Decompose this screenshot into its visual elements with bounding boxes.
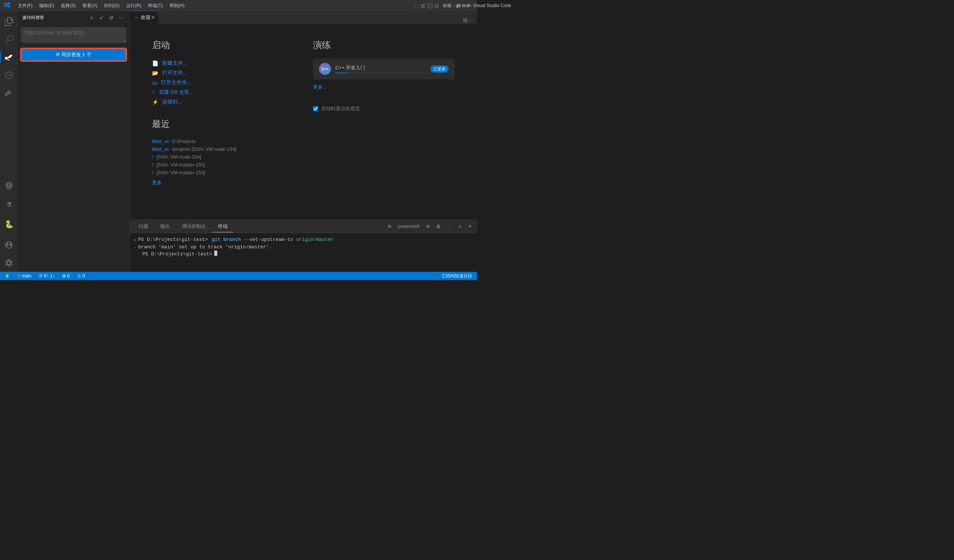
sidebar-action-menu[interactable]: ≡ <box>87 14 96 22</box>
welcome-left: 启动 📄 新建文件... 📂 打开文件... 🗂 打开文件夹... <box>152 39 291 205</box>
connect-to-link[interactable]: ⚡ 连接到... <box>152 97 291 107</box>
activity-item-extensions[interactable] <box>0 84 18 102</box>
add-terminal-button[interactable]: ⊞ <box>424 223 432 230</box>
status-bar: ⚡ ⑂ main ↺ 0↑ 1↓ ⊗ 0 ⚠ 0 CSDN知道社区 <box>0 272 477 280</box>
show-welcome-label: 启动时显示欢迎页 <box>321 105 360 112</box>
menu-terminal[interactable]: 终端(T) <box>145 2 165 10</box>
menu-help[interactable]: 帮助(H) <box>167 2 188 10</box>
close-panel-button[interactable]: ✕ <box>466 223 474 230</box>
tab-close-button[interactable]: ✕ <box>150 14 156 21</box>
status-errors[interactable]: ⊗ 0 <box>61 272 71 280</box>
sidebar-header: 源代码管理 ≡ ✓ ↺ ··· <box>18 11 129 24</box>
exercise-progress-fill-0 <box>335 73 349 73</box>
activity-item-search[interactable] <box>0 31 18 48</box>
title-bar: 文件(F) 编辑(E) 选择(S) 查看(V) 转到(G) 运行(R) 终端(T… <box>0 0 477 11</box>
activity-item-remote[interactable] <box>0 176 18 194</box>
welcome-right: 演练 C++ C++ 开发入门 已更新 更多... 启动时显示欢迎页 <box>313 39 455 205</box>
terminal-shell-label: powershell <box>396 223 421 230</box>
welcome-links: 📄 新建文件... 📂 打开文件... 🗂 打开文件夹... ⑂ 克隆 Git … <box>152 58 291 107</box>
activity-item-explorer[interactable] <box>0 12 18 31</box>
status-remote-indicator[interactable]: ⚡ <box>3 272 12 280</box>
recent-item-3[interactable]: / [SSH: VM-master-155] <box>152 161 291 169</box>
maximize-panel-button[interactable]: ∧ <box>456 223 464 230</box>
kill-terminal-button[interactable]: 🗑 <box>434 223 443 230</box>
more-actions-button[interactable]: ··· <box>469 17 474 24</box>
errors-label: ⊗ 0 <box>62 273 70 278</box>
menu-run[interactable]: 运行(R) <box>123 2 145 10</box>
commit-message-input[interactable] <box>21 27 126 43</box>
activity-bottom: ⚗ 🐍 <box>0 176 18 236</box>
branch-name: main <box>22 273 31 278</box>
terminal-line-0: ● PS D:\Projects\git-test> git branch --… <box>134 236 472 244</box>
title-bar-left: 文件(F) 编辑(E) 选择(S) 查看(V) 转到(G) 运行(R) 终端(T… <box>4 2 187 10</box>
start-title: 启动 <box>152 39 291 51</box>
exercise-badge-0: 已更新 <box>430 65 449 73</box>
terminal-more-button[interactable]: ··· <box>445 223 454 230</box>
recent-item-4[interactable]: / [SSH: VM-master-153] <box>152 169 291 176</box>
sidebar-action-commit[interactable]: ✓ <box>97 14 106 22</box>
open-file-link[interactable]: 📂 打开文件... <box>152 68 291 78</box>
welcome-page: 启动 📄 新建文件... 📂 打开文件... 🗂 打开文件夹... <box>130 24 477 220</box>
terminal-dot-0: ● <box>134 238 136 243</box>
menu-view[interactable]: 查看(V) <box>80 2 100 10</box>
menu-file[interactable]: 文件(F) <box>15 2 36 10</box>
recent-item-1[interactable]: ttbot_vx /projects [SSH: VM-node-154] <box>152 145 291 153</box>
clone-icon: ⑂ <box>152 89 155 95</box>
tab-welcome[interactable]: ~ 欢迎 ✕ <box>130 11 158 24</box>
new-file-link[interactable]: 📄 新建文件... <box>152 58 291 68</box>
activity-item-settings[interactable] <box>0 254 18 272</box>
activity-item-test[interactable]: ⚗ <box>0 196 18 214</box>
sidebar-action-refresh[interactable]: ↺ <box>107 14 115 22</box>
status-branch[interactable]: ⑂ main <box>16 272 33 280</box>
activity-item-run[interactable] <box>0 66 18 84</box>
activity-item-python[interactable]: 🐍 <box>0 215 18 233</box>
terminal-line-2: PS D:\Projects\git-test> <box>134 250 472 258</box>
terminal-panel: 问题 输出 调试控制台 终端 ⊞ powershell ⊞ 🗑 ··· ∧ ✕ … <box>130 220 477 272</box>
activity-item-accounts[interactable] <box>0 236 18 254</box>
branch-icon: ⑂ <box>17 273 20 278</box>
sync-changes-button[interactable]: ⟳ 同步更改 1 个 <box>21 48 126 61</box>
exercise-icon-0: C++ <box>319 63 331 75</box>
tab-bar: ~ 欢迎 ✕ ⊞ ··· <box>130 11 477 24</box>
terminal-content: ● PS D:\Projects\git-test> git branch --… <box>130 233 477 272</box>
terminal-dot-1: ○ <box>134 245 136 250</box>
panel-tab-terminal[interactable]: 终端 <box>212 221 234 232</box>
recent-more-link[interactable]: 更多... <box>152 179 291 186</box>
panel-right-actions: ⊞ powershell ⊞ 🗑 ··· ∧ ✕ <box>385 223 474 230</box>
recent-item-0[interactable]: ttbot_vx D:\Projects <box>152 137 291 145</box>
menu-goto[interactable]: 转到(G) <box>101 2 122 10</box>
status-sync[interactable]: ↺ 0↑ 1↓ <box>37 272 56 280</box>
tab-icon: ~ <box>135 14 138 20</box>
sidebar-action-more[interactable]: ··· <box>117 14 125 22</box>
menu-selection[interactable]: 选择(S) <box>58 2 79 10</box>
activity-bar: ⚗ 🐍 <box>0 11 18 272</box>
panel-tabs: 问题 输出 调试控制台 终端 ⊞ powershell ⊞ 🗑 ··· ∧ ✕ <box>130 220 477 233</box>
panel-tab-output[interactable]: 输出 <box>154 221 176 232</box>
remote-icon: ⚡ <box>5 273 10 278</box>
panel-tab-debug[interactable]: 调试控制台 <box>176 221 212 232</box>
exercise-title: 演练 <box>313 39 455 51</box>
status-right-text[interactable]: CSDN知道社区 <box>441 273 474 279</box>
recent-item-2[interactable]: / [SSH: VM-node-154] <box>152 153 291 161</box>
sync-count: 0↑ 1↓ <box>44 273 55 278</box>
open-folder-icon: 🗂 <box>152 80 157 86</box>
exercise-more-link[interactable]: 更多... <box>313 84 455 90</box>
sidebar: 源代码管理 ≡ ✓ ↺ ··· ⟳ 同步更改 1 个 <box>18 11 130 272</box>
exercise-card-0[interactable]: C++ C++ 开发入门 已更新 <box>313 58 455 79</box>
open-folder-link[interactable]: 🗂 打开文件夹... <box>152 78 291 87</box>
exercise-progress-bar-0 <box>335 73 426 73</box>
activity-item-source-control[interactable] <box>0 48 18 66</box>
status-bar-right: CSDN知道社区 <box>441 273 474 279</box>
show-welcome-checkbox[interactable] <box>313 106 318 111</box>
new-file-icon: 📄 <box>152 60 158 66</box>
status-warnings[interactable]: ⚠ 0 <box>76 272 86 280</box>
split-terminal-button[interactable]: ⊞ <box>385 223 394 230</box>
panel-tab-problems[interactable]: 问题 <box>132 221 154 232</box>
terminal-line-1: ○ branch 'main' set up to track 'origin/… <box>134 244 472 251</box>
split-editor-button[interactable]: ⊞ <box>463 17 468 24</box>
sync-icon: ↺ <box>39 273 42 278</box>
editor-area: ~ 欢迎 ✕ ⊞ ··· 启动 📄 新建文件... 📂 <box>130 11 477 272</box>
clone-repo-link[interactable]: ⑂ 克隆 Git 仓库... <box>152 87 291 97</box>
menu-edit[interactable]: 编辑(E) <box>36 2 57 10</box>
right-label: CSDN知道社区 <box>442 273 472 279</box>
